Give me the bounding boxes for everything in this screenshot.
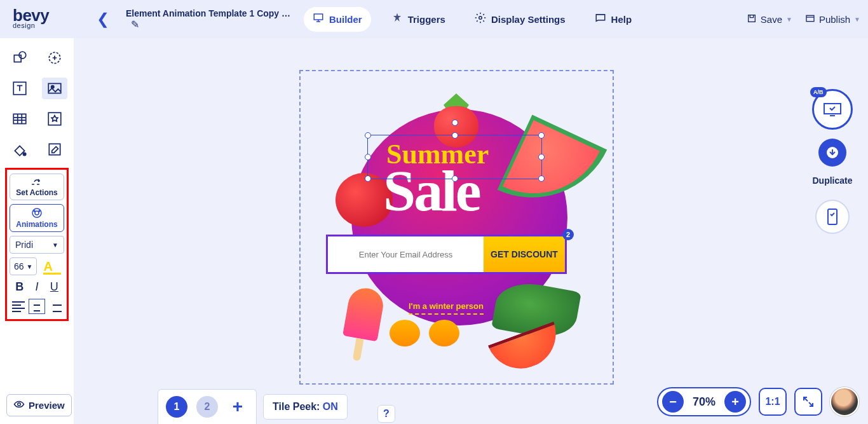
align-center-button[interactable]: [29, 299, 45, 314]
svg-point-1: [479, 16, 482, 19]
edit-title-icon[interactable]: ✎: [131, 18, 291, 31]
zoom-out-button[interactable]: −: [662, 391, 684, 413]
winter-link[interactable]: I'm a winter person: [409, 301, 484, 315]
help-icon: [595, 12, 606, 27]
desktop-view-button[interactable]: A/B: [812, 89, 853, 130]
bottom-left-controls: 1 2 + Tile Peek: ON: [158, 389, 348, 424]
publish-label: Publish: [819, 14, 850, 25]
page-1-button[interactable]: 1: [166, 396, 187, 418]
badge-count: 2: [562, 229, 574, 240]
tool-shapes[interactable]: [7, 47, 32, 69]
zoom-value: 70%: [688, 395, 721, 409]
get-discount-button[interactable]: GET DISCOUNT 2: [484, 236, 565, 272]
back-button[interactable]: ❮: [90, 6, 116, 32]
triggers-icon: [391, 12, 403, 27]
tab-display-settings[interactable]: Display Settings: [466, 7, 574, 32]
save-label: Save: [761, 14, 782, 25]
svg-point-14: [32, 209, 41, 217]
publish-icon: [805, 13, 815, 25]
nav-tabs: Builder Triggers Display Settings Help: [304, 7, 641, 32]
font-color-bar: [43, 273, 61, 275]
text-properties-highlight: Set Actions Animations Pridi ▼ 66 ▼ A B …: [5, 168, 69, 321]
popsicle-graphic[interactable]: [339, 285, 386, 360]
font-color-icon: A: [43, 260, 61, 273]
artboard[interactable]: Summer Sale GET DISCOUNT 2 I'm a winter …: [299, 70, 614, 385]
email-input[interactable]: [328, 236, 484, 272]
svg-rect-2: [748, 15, 755, 22]
canvas-area[interactable]: Summer Sale GET DISCOUNT 2 I'm a winter …: [74, 38, 868, 424]
publish-button[interactable]: Publish ▼: [805, 13, 860, 25]
sale-text[interactable]: Sale: [383, 157, 480, 224]
tab-help[interactable]: Help: [586, 7, 641, 32]
svg-rect-3: [806, 15, 814, 21]
tool-add-shape[interactable]: [42, 47, 67, 69]
document-title: Element Animation Template 1 Copy Cop...: [126, 8, 291, 18]
help-button[interactable]: ?: [377, 405, 395, 423]
pages-panel: 1 2 +: [158, 389, 257, 424]
duplicate-button[interactable]: [818, 139, 846, 167]
tile-peek-toggle[interactable]: Tile Peek: ON: [263, 394, 348, 420]
tile-peek-state: ON: [323, 401, 338, 412]
svg-rect-21: [828, 209, 837, 224]
builder-icon: [313, 12, 324, 27]
tool-star[interactable]: [42, 108, 67, 130]
align-right-button[interactable]: [47, 299, 64, 314]
left-panel: Set Actions Animations Pridi ▼ 66 ▼ A B …: [0, 38, 74, 424]
font-size-value: 66: [14, 261, 24, 271]
underline-button[interactable]: U: [50, 280, 58, 294]
tile-peek-label: Tile Peek:: [273, 401, 323, 412]
email-form: GET DISCOUNT 2: [326, 235, 567, 274]
fit-button[interactable]: 1:1: [759, 388, 787, 416]
set-actions-label: Set Actions: [16, 188, 58, 197]
logo[interactable]: bevy design: [8, 9, 71, 30]
font-color-button[interactable]: A: [43, 260, 61, 273]
font-size-select[interactable]: 66 ▼: [10, 257, 37, 275]
svg-point-17: [39, 210, 40, 212]
mobile-view-button[interactable]: [815, 200, 850, 234]
tab-builder-label: Builder: [329, 14, 362, 25]
tab-builder[interactable]: Builder: [304, 7, 371, 32]
tool-image[interactable]: [42, 78, 67, 99]
resize-handle[interactable]: [365, 132, 371, 139]
animations-label: Animations: [16, 220, 57, 229]
tab-triggers[interactable]: Triggers: [383, 7, 454, 32]
preview-label: Preview: [29, 400, 65, 411]
chevron-down-icon: ▼: [52, 242, 58, 249]
tool-edit[interactable]: [42, 139, 67, 160]
italic-button[interactable]: I: [35, 280, 38, 294]
sunglasses-graphic[interactable]: [390, 320, 459, 352]
bottom-right-controls: − 70% + 1:1: [657, 387, 859, 416]
svg-rect-4: [14, 55, 21, 62]
zoom-in-button[interactable]: +: [724, 391, 746, 413]
tab-help-label: Help: [611, 14, 632, 25]
font-family-select[interactable]: Pridi ▼: [10, 236, 64, 254]
discount-label: GET DISCOUNT: [491, 249, 558, 259]
font-family-value: Pridi: [15, 240, 33, 250]
tool-table[interactable]: [7, 108, 32, 130]
chevron-down-icon: ▼: [786, 16, 792, 23]
align-left-button[interactable]: [10, 299, 27, 314]
ab-badge: A/B: [810, 87, 827, 97]
tab-display-label: Display Settings: [491, 14, 566, 25]
svg-rect-13: [49, 144, 60, 154]
page-2-button[interactable]: 2: [196, 396, 218, 418]
save-button[interactable]: Save ▼: [747, 13, 792, 25]
svg-point-12: [23, 153, 25, 155]
animations-button[interactable]: Animations: [10, 204, 64, 232]
watermelon-graphic[interactable]: [511, 128, 593, 224]
fullscreen-button[interactable]: [794, 388, 822, 416]
bold-button[interactable]: B: [15, 280, 24, 294]
tool-text[interactable]: [7, 78, 32, 99]
add-page-button[interactable]: +: [227, 396, 248, 418]
settings-icon: [475, 12, 486, 27]
topbar: bevy design ❮ Element Animation Template…: [0, 0, 868, 38]
preview-button[interactable]: Preview: [6, 394, 72, 416]
right-toolbar: A/B Duplicate: [812, 89, 853, 234]
user-avatar[interactable]: [830, 387, 859, 416]
chevron-down-icon: ▼: [27, 263, 33, 270]
duplicate-label: Duplicate: [812, 175, 852, 186]
logo-main: bevy: [13, 9, 71, 22]
set-actions-button[interactable]: Set Actions: [10, 174, 64, 200]
svg-rect-10: [13, 114, 26, 123]
tool-fill[interactable]: [7, 139, 32, 160]
